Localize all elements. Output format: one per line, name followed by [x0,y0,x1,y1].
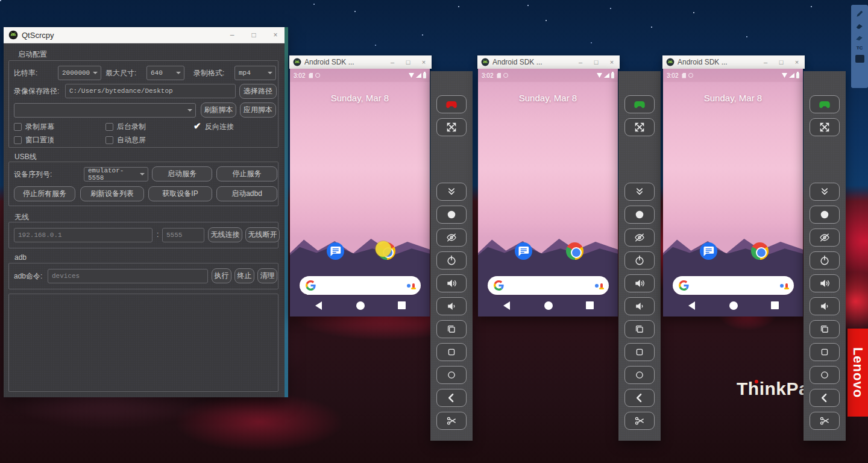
back-button[interactable] [624,389,655,407]
group-control-button[interactable] [624,95,655,113]
adb-terminate-button[interactable]: 终止 [234,268,254,283]
phone-mirror-screen[interactable]: 3:02 Sunday, Mar 8 [663,69,803,317]
window-titlebar[interactable]: Android SDK ... – □ × [289,55,432,69]
wireless-connect-button[interactable]: 无线连接 [208,227,242,242]
google-search-bar[interactable] [300,276,421,295]
collapse-button[interactable] [436,183,467,201]
checkbox-reverse-connect[interactable] [193,123,201,131]
screen-off-button[interactable] [624,228,655,247]
text-tool-label[interactable]: TC [857,45,863,51]
google-search-bar[interactable] [488,276,609,295]
touch-display-button[interactable] [436,206,467,224]
recents-button[interactable] [624,343,655,361]
volume-down-button[interactable] [436,297,467,315]
home-button[interactable] [810,366,840,384]
pencil-icon[interactable] [855,10,864,18]
home-button[interactable] [624,366,655,384]
volume-up-button[interactable] [436,274,467,292]
volume-down-button[interactable] [624,297,655,315]
board-tool[interactable] [855,55,864,63]
home-button[interactable] [436,366,467,384]
app-switch-button[interactable] [810,320,840,338]
minimize-button[interactable]: – [758,58,773,66]
nav-home-button[interactable] [729,301,738,310]
phone-mirror-screen[interactable]: 3:02 Sunday, Mar 8 [290,69,430,317]
power-button[interactable] [810,251,840,269]
adb-execute-button[interactable]: 执行 [212,268,231,283]
start-service-button[interactable]: 启动服务 [152,166,212,181]
nav-recents-button[interactable] [398,301,406,309]
refresh-script-button[interactable]: 刷新脚本 [201,102,236,118]
phone-mirror-screen[interactable]: 3:02 Sunday, Mar 8 [478,69,618,317]
nav-recents-button[interactable] [771,301,779,309]
power-button[interactable] [624,251,655,269]
fullscreen-button[interactable] [436,118,467,136]
group-control-button[interactable] [810,95,840,113]
screenshot-button[interactable] [436,412,467,430]
bitrate-combo[interactable]: 2000000 [58,66,101,80]
group-control-button[interactable] [436,95,467,113]
recents-button[interactable] [810,343,840,361]
chrome-app-icon[interactable] [566,242,583,260]
touch-display-button[interactable] [810,206,840,224]
select-path-button[interactable]: 选择路径 [239,84,277,99]
volume-down-button[interactable] [810,297,840,315]
wireless-ip-input[interactable]: 192.168.0.1 [14,228,153,242]
collapse-button[interactable] [810,183,840,201]
marker-icon[interactable] [855,34,864,41]
google-search-bar[interactable] [673,276,794,295]
window-titlebar[interactable]: Android SDK ... – □ × [477,55,620,69]
screenshot-button[interactable] [810,412,840,430]
app-switch-button[interactable] [436,320,467,338]
maximize-button[interactable]: □ [773,58,789,66]
minimize-button[interactable]: – [573,58,588,66]
nav-back-button[interactable] [688,301,695,310]
messages-app-icon[interactable] [327,242,344,260]
back-button[interactable] [810,389,840,407]
messages-app-icon[interactable] [515,242,532,260]
serial-combo[interactable]: emulator-5558 [84,167,148,181]
stop-service-button[interactable]: 停止服务 [216,166,277,181]
adb-output-area[interactable] [8,294,278,392]
maximize-button[interactable]: □ [400,58,416,66]
close-button[interactable]: × [416,58,432,66]
messages-app-icon[interactable] [700,242,717,260]
nav-back-button[interactable] [503,301,510,310]
nav-back-button[interactable] [315,301,322,310]
window-titlebar[interactable]: Android SDK ... – □ × [662,55,805,69]
back-button[interactable] [436,389,467,407]
maximize-button[interactable]: □ [588,58,604,66]
save-path-input[interactable]: C:/Users/bytedance/Desktop [65,84,236,98]
wireless-port-input[interactable]: 5555 [162,228,204,242]
maximize-button[interactable]: □ [245,31,263,39]
close-button[interactable]: × [789,58,805,66]
recents-button[interactable] [436,343,467,361]
apply-script-button[interactable]: 应用脚本 [240,102,276,118]
start-adbd-button[interactable]: 启动adbd [216,186,277,201]
checkbox-background-record[interactable] [105,123,113,131]
adb-command-input[interactable]: devices [48,269,208,283]
wireless-disconnect-button[interactable]: 无线断开 [245,227,280,242]
fullscreen-button[interactable] [810,118,840,136]
power-button[interactable] [436,251,467,269]
checkbox-auto-screen-off[interactable] [105,136,113,144]
nav-home-button[interactable] [544,301,553,310]
screen-off-button[interactable] [436,228,467,247]
stop-all-services-button[interactable]: 停止所有服务 [14,186,75,201]
record-format-combo[interactable]: mp4 [234,66,276,80]
collapse-button[interactable] [624,183,655,201]
nav-recents-button[interactable] [586,301,594,309]
app-switch-button[interactable] [624,320,655,338]
script-combo[interactable] [14,103,196,118]
nav-home-button[interactable] [356,301,365,310]
chrome-app-icon[interactable] [751,242,769,260]
adb-clear-button[interactable]: 清理 [257,268,277,283]
checkbox-record-screen[interactable] [14,123,22,131]
volume-up-button[interactable] [624,274,655,292]
minimize-button[interactable]: – [385,58,400,66]
close-button[interactable]: × [266,31,285,39]
get-device-ip-button[interactable]: 获取设备IP [148,186,212,201]
fullscreen-button[interactable] [624,118,655,136]
volume-up-button[interactable] [810,274,840,292]
touch-display-button[interactable] [624,206,655,224]
